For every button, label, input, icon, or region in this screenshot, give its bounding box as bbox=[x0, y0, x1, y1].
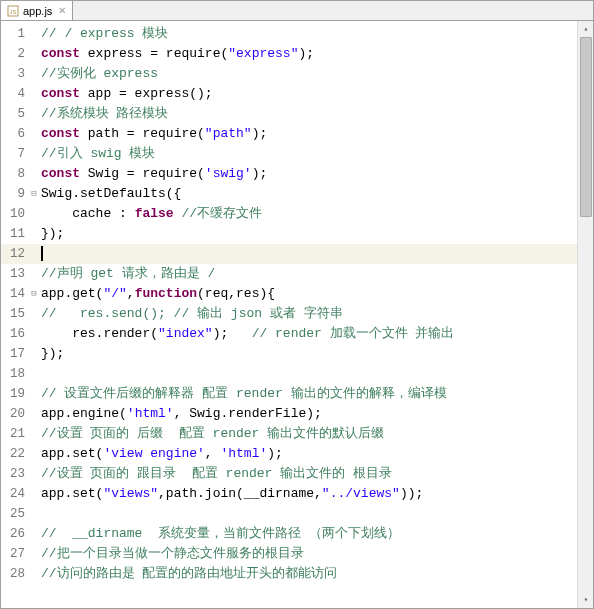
fold-toggle bbox=[29, 344, 39, 364]
code-content: app.get("/",function(req,res){ bbox=[39, 284, 275, 304]
text-cursor bbox=[41, 246, 43, 261]
code-line[interactable]: 16 res.render("index"); // render 加载一个文件… bbox=[1, 324, 577, 344]
code-line[interactable]: 18 bbox=[1, 364, 577, 384]
line-number: 2 bbox=[1, 44, 29, 64]
line-number: 24 bbox=[1, 484, 29, 504]
code-line[interactable]: 21//设置 页面的 后缀 配置 render 输出文件的默认后缀 bbox=[1, 424, 577, 444]
tab-bar: JS app.js ✕ bbox=[1, 1, 593, 21]
code-line[interactable]: 23//设置 页面的 跟目录 配置 render 输出文件的 根目录 bbox=[1, 464, 577, 484]
code-line[interactable]: 5//系统模块 路径模块 bbox=[1, 104, 577, 124]
fold-toggle bbox=[29, 384, 39, 404]
code-content bbox=[39, 244, 43, 264]
code-content: Swig.setDefaults({ bbox=[39, 184, 181, 204]
line-number: 21 bbox=[1, 424, 29, 444]
code-line[interactable]: 26// __dirname 系统变量，当前文件路径 （两个下划线） bbox=[1, 524, 577, 544]
code-line[interactable]: 24app.set("views",path.join(__dirname,".… bbox=[1, 484, 577, 504]
code-content: app.set('view engine', 'html'); bbox=[39, 444, 283, 464]
code-content: const app = express(); bbox=[39, 84, 213, 104]
js-file-icon: JS bbox=[7, 5, 19, 17]
fold-toggle[interactable]: ⊟ bbox=[29, 184, 39, 204]
code-line[interactable]: 15// res.send(); // 输出 json 或者 字符串 bbox=[1, 304, 577, 324]
code-content: const express = require("express"); bbox=[39, 44, 314, 64]
fold-toggle bbox=[29, 504, 39, 524]
fold-toggle bbox=[29, 224, 39, 244]
line-number: 7 bbox=[1, 144, 29, 164]
code-line[interactable]: 8const Swig = require('swig'); bbox=[1, 164, 577, 184]
fold-toggle bbox=[29, 444, 39, 464]
code-line[interactable]: 20app.engine('html', Swig.renderFile); bbox=[1, 404, 577, 424]
fold-toggle bbox=[29, 104, 39, 124]
code-line[interactable]: 19// 设置文件后缀的解释器 配置 render 输出的文件的解释，编译模 bbox=[1, 384, 577, 404]
code-line[interactable]: 3//实例化 express bbox=[1, 64, 577, 84]
code-line[interactable]: 7//引入 swig 模块 bbox=[1, 144, 577, 164]
code-content: const path = require("path"); bbox=[39, 124, 267, 144]
vertical-scrollbar[interactable]: ▴ ▾ bbox=[577, 21, 593, 608]
code-line[interactable]: 11}); bbox=[1, 224, 577, 244]
fold-toggle bbox=[29, 44, 39, 64]
fold-toggle bbox=[29, 164, 39, 184]
code-line[interactable]: 10 cache : false //不缓存文件 bbox=[1, 204, 577, 224]
svg-text:JS: JS bbox=[10, 9, 17, 15]
code-content: //声明 get 请求，路由是 / bbox=[39, 264, 215, 284]
code-line[interactable]: 2const express = require("express"); bbox=[1, 44, 577, 64]
code-content: }); bbox=[39, 224, 64, 244]
code-line[interactable]: 27//把一个目录当做一个静态文件服务的根目录 bbox=[1, 544, 577, 564]
code-content: //设置 页面的 后缀 配置 render 输出文件的默认后缀 bbox=[39, 424, 384, 444]
line-number: 23 bbox=[1, 464, 29, 484]
code-content: // 设置文件后缀的解释器 配置 render 输出的文件的解释，编译模 bbox=[39, 384, 447, 404]
fold-toggle bbox=[29, 204, 39, 224]
line-number: 13 bbox=[1, 264, 29, 284]
fold-toggle bbox=[29, 424, 39, 444]
code-line[interactable]: 6const path = require("path"); bbox=[1, 124, 577, 144]
fold-toggle bbox=[29, 364, 39, 384]
code-line[interactable]: 1// / express 模块 bbox=[1, 24, 577, 44]
line-number: 25 bbox=[1, 504, 29, 524]
code-content: //把一个目录当做一个静态文件服务的根目录 bbox=[39, 544, 304, 564]
fold-toggle bbox=[29, 404, 39, 424]
code-line[interactable]: 13//声明 get 请求，路由是 / bbox=[1, 264, 577, 284]
code-line[interactable]: 14⊟app.get("/",function(req,res){ bbox=[1, 284, 577, 304]
scroll-down-icon[interactable]: ▾ bbox=[578, 592, 594, 608]
line-number: 4 bbox=[1, 84, 29, 104]
fold-toggle bbox=[29, 264, 39, 284]
code-content: // / express 模块 bbox=[39, 24, 168, 44]
scroll-up-icon[interactable]: ▴ bbox=[578, 21, 594, 37]
code-content: // __dirname 系统变量，当前文件路径 （两个下划线） bbox=[39, 524, 400, 544]
fold-toggle bbox=[29, 544, 39, 564]
close-icon[interactable]: ✕ bbox=[58, 5, 66, 16]
fold-toggle bbox=[29, 564, 39, 584]
line-number: 22 bbox=[1, 444, 29, 464]
scroll-thumb[interactable] bbox=[580, 37, 592, 217]
line-number: 15 bbox=[1, 304, 29, 324]
fold-toggle bbox=[29, 464, 39, 484]
code-content: }); bbox=[39, 344, 64, 364]
code-content: const Swig = require('swig'); bbox=[39, 164, 267, 184]
code-line[interactable]: 22app.set('view engine', 'html'); bbox=[1, 444, 577, 464]
code-content: //访问的路由是 配置的的路由地址开头的都能访问 bbox=[39, 564, 337, 584]
tab-filename: app.js bbox=[23, 5, 52, 17]
fold-toggle bbox=[29, 324, 39, 344]
code-line[interactable]: 28//访问的路由是 配置的的路由地址开头的都能访问 bbox=[1, 564, 577, 584]
code-content: //实例化 express bbox=[39, 64, 158, 84]
line-number: 3 bbox=[1, 64, 29, 84]
code-content: //设置 页面的 跟目录 配置 render 输出文件的 根目录 bbox=[39, 464, 392, 484]
line-number: 27 bbox=[1, 544, 29, 564]
line-number: 14 bbox=[1, 284, 29, 304]
code-content: // res.send(); // 输出 json 或者 字符串 bbox=[39, 304, 343, 324]
code-editor[interactable]: 1// / express 模块2const express = require… bbox=[1, 21, 577, 608]
code-content: cache : false //不缓存文件 bbox=[39, 204, 262, 224]
fold-toggle bbox=[29, 64, 39, 84]
line-number: 18 bbox=[1, 364, 29, 384]
code-line[interactable]: 9⊟Swig.setDefaults({ bbox=[1, 184, 577, 204]
line-number: 6 bbox=[1, 124, 29, 144]
fold-toggle[interactable]: ⊟ bbox=[29, 284, 39, 304]
code-line[interactable]: 25 bbox=[1, 504, 577, 524]
code-content: app.engine('html', Swig.renderFile); bbox=[39, 404, 322, 424]
editor-tab[interactable]: JS app.js ✕ bbox=[1, 1, 73, 20]
code-line[interactable]: 17}); bbox=[1, 344, 577, 364]
line-number: 20 bbox=[1, 404, 29, 424]
fold-toggle bbox=[29, 24, 39, 44]
code-line[interactable]: 4const app = express(); bbox=[1, 84, 577, 104]
fold-toggle bbox=[29, 84, 39, 104]
code-line[interactable]: 12 bbox=[1, 244, 577, 264]
